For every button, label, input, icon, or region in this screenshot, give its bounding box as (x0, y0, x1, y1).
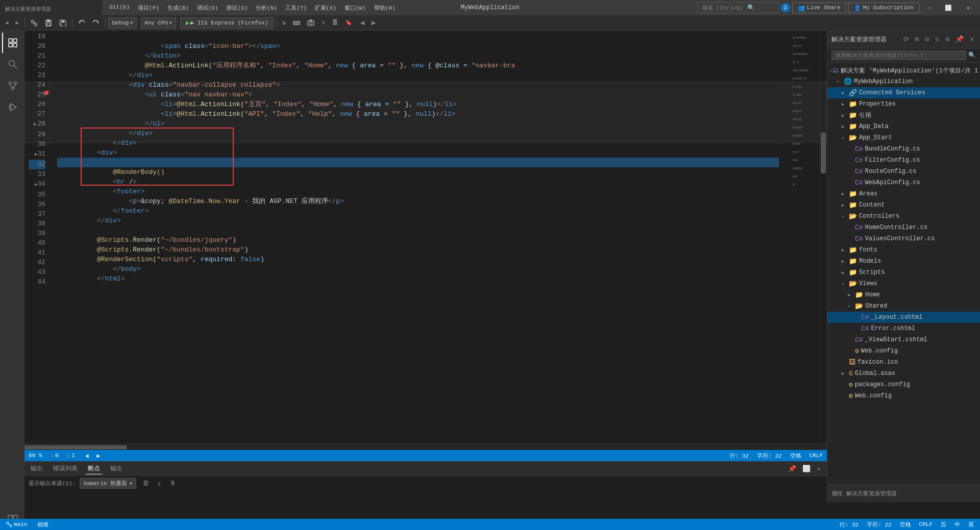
se-refresh-btn[interactable]: ↻ (934, 34, 942, 44)
nav-arrow-right[interactable]: ▶ (97, 452, 101, 459)
se-expand-btn[interactable]: ⊡ (923, 34, 932, 44)
back-button[interactable]: ◀ (2, 18, 12, 28)
warning-badge[interactable]: ⚠ 1 (67, 452, 75, 459)
refresh-btn[interactable]: ↻ (279, 18, 289, 28)
tree-favicon[interactable]: 🖼 favicon.ico (827, 357, 980, 368)
menu-tools[interactable]: 工具(T) (282, 3, 310, 13)
attach-btn[interactable] (290, 18, 303, 28)
minimize-button[interactable]: — (921, 3, 937, 13)
status-space[interactable]: 空格 (898, 521, 913, 528)
tree-connected-services[interactable]: ▶ 🔗 Connected Services (827, 87, 980, 98)
tree-filterconfig[interactable]: C# FilterConfig.cs (827, 155, 980, 166)
tree-project[interactable]: ▾ 🌐 MyWebApplication (827, 76, 980, 87)
horizontal-scrollbar[interactable] (24, 444, 827, 450)
tree-controllers[interactable]: ▾ 📂 Controllers (827, 211, 980, 222)
se-filter-btn[interactable]: ⊞ (913, 34, 921, 44)
tree-webapi[interactable]: C# WebApiConfig.cs (827, 177, 980, 188)
status-baidu[interactable]: 百 (939, 521, 948, 528)
tree-properties[interactable]: ▶ 📁 Properties (827, 98, 980, 110)
tab-error-list[interactable]: 错误列表 (51, 463, 80, 474)
tree-web-config-root[interactable]: ⚙ Web.config (827, 390, 980, 401)
tree-scripts[interactable]: ▶ 📁 Scripts (827, 267, 980, 278)
tree-bundleconfig[interactable]: C# BundleConfig.cs (827, 143, 980, 155)
status-lang[interactable]: 中 (952, 521, 962, 528)
activity-git[interactable] (2, 75, 22, 96)
output-clear-btn[interactable]: 🗑 (140, 478, 151, 488)
tree-web-config-views[interactable]: ⚙ Web.config (827, 345, 980, 357)
global-search[interactable]: 搜索 (Ctrl+Q) 🔍 (697, 2, 779, 13)
se-pin-btn[interactable]: 📌 (953, 34, 966, 44)
tab-breakpoints[interactable]: 断点 (86, 463, 102, 474)
nav-next[interactable]: ▶ (369, 17, 379, 29)
tree-valuescontroller[interactable]: C# ValuesController.cs (827, 233, 980, 244)
status-encoding[interactable]: CRLF (917, 521, 935, 528)
run-button[interactable]: ▶ ▶ IIS Express (Firefox) (180, 17, 274, 29)
menu-help[interactable]: 帮助(H) (371, 3, 399, 13)
se-search-input[interactable] (831, 51, 966, 60)
debug-mode-dropdown[interactable]: Debug ▾ (108, 17, 137, 29)
status-ready[interactable]: 就绪 (35, 521, 51, 528)
menu-debug[interactable]: 调试(D) (193, 3, 222, 13)
menu-git[interactable]: Git(G) (106, 3, 133, 13)
db-btn[interactable]: 🗄 (329, 18, 341, 28)
tree-global-asax[interactable]: ▶ G Global.asax (827, 368, 980, 379)
save-all-btn[interactable] (56, 18, 69, 28)
scrollbar-thumb[interactable] (821, 133, 826, 173)
my-subscription-button[interactable]: 👤 My Subscription (848, 3, 919, 13)
source-control-btn[interactable] (28, 18, 41, 28)
code-editor[interactable]: 19 20 21 22 23 24 25 26 27 ▶28 29 30 ▶31 (24, 31, 827, 444)
save-btn[interactable] (42, 18, 55, 28)
h-scrollbar-thumb[interactable] (24, 445, 127, 449)
nav-arrow-left[interactable]: ◀ (85, 452, 89, 459)
se-sync-btn[interactable]: ⟳ (901, 34, 911, 44)
bookmark-btn[interactable]: 🔖 (342, 18, 355, 28)
perf-btn[interactable]: ⚡ (318, 18, 328, 28)
output-toggle-btn[interactable]: ⇕ (155, 478, 163, 489)
live-share-button[interactable]: 👥 Live Share (792, 3, 846, 13)
maximize-output-btn[interactable]: ⬜ (800, 464, 813, 474)
tree-homecontroller[interactable]: C# HomeController.cs (827, 222, 980, 233)
activity-debug[interactable] (2, 97, 22, 117)
menu-build[interactable]: 生成(B) (164, 3, 192, 13)
close-button[interactable]: ✕ (960, 3, 976, 13)
tree-app-start[interactable]: ▾ 📂 App_Start (827, 132, 980, 143)
activity-search[interactable] (2, 54, 22, 74)
left-tab-label[interactable]: 解决方案资源管理器 (2, 5, 54, 14)
tree-models[interactable]: ▶ 📁 Models (827, 256, 980, 267)
tree-layout-cshtml[interactable]: C# _Layout.cshtml (827, 312, 980, 323)
tree-views[interactable]: ▾ 📂 Views (827, 278, 980, 289)
tree-areas[interactable]: ▶ 📁 Areas (827, 188, 980, 199)
pin-output-btn[interactable]: 📌 (786, 464, 798, 474)
redo-btn[interactable] (89, 18, 103, 28)
activity-explorer[interactable] (2, 33, 22, 53)
menu-test[interactable]: 测试(S) (223, 3, 251, 13)
status-git[interactable]: main (4, 521, 29, 527)
se-close-btn[interactable]: ✕ (968, 34, 976, 44)
tree-viewstart[interactable]: C# _ViewStart.cshtml (827, 334, 980, 345)
output-pause-btn[interactable]: ⏸ (167, 478, 178, 488)
menu-project[interactable]: 项目(P) (134, 3, 163, 13)
forward-button[interactable]: ▶ (13, 18, 22, 28)
error-badge[interactable]: ✕ 0 (50, 452, 58, 459)
status-ime[interactable]: 英 (966, 521, 976, 528)
menu-window[interactable]: 窗口(W) (341, 3, 370, 13)
tree-packages-config[interactable]: ⚙ packages.config (827, 379, 980, 390)
platform-dropdown[interactable]: Any CPU ▾ (141, 17, 176, 29)
tree-home-folder[interactable]: ▶ 📁 Home (827, 289, 980, 300)
nav-prev[interactable]: ◀ (357, 17, 368, 29)
se-settings-btn[interactable]: ⚙ (943, 34, 951, 44)
tree-error-cshtml[interactable]: C# Error.cshtml (827, 323, 980, 334)
tab-output1[interactable]: 输出 (29, 463, 45, 474)
tree-solution[interactable]: ▾ 🗂 解决方案 'MyWebApplication'(1个项目/共 1 个 (827, 65, 980, 76)
tree-shared[interactable]: ▾ 📂 Shared (827, 300, 980, 312)
undo-btn[interactable] (75, 18, 88, 28)
menu-analyze[interactable]: 分析(N) (252, 3, 281, 13)
status-line[interactable]: 行: 32 (838, 521, 861, 528)
maximize-button[interactable]: ⬜ (939, 3, 958, 13)
status-char[interactable]: 字符: 22 (865, 521, 893, 528)
menu-extensions[interactable]: 扩展(X) (311, 3, 340, 13)
zoom-level[interactable]: 89 % (29, 452, 42, 459)
tree-app-data[interactable]: ▶ 📁 App_Data (827, 121, 980, 132)
notification-badge[interactable]: 2 (781, 3, 790, 12)
close-output-btn[interactable]: ✕ (815, 464, 823, 474)
